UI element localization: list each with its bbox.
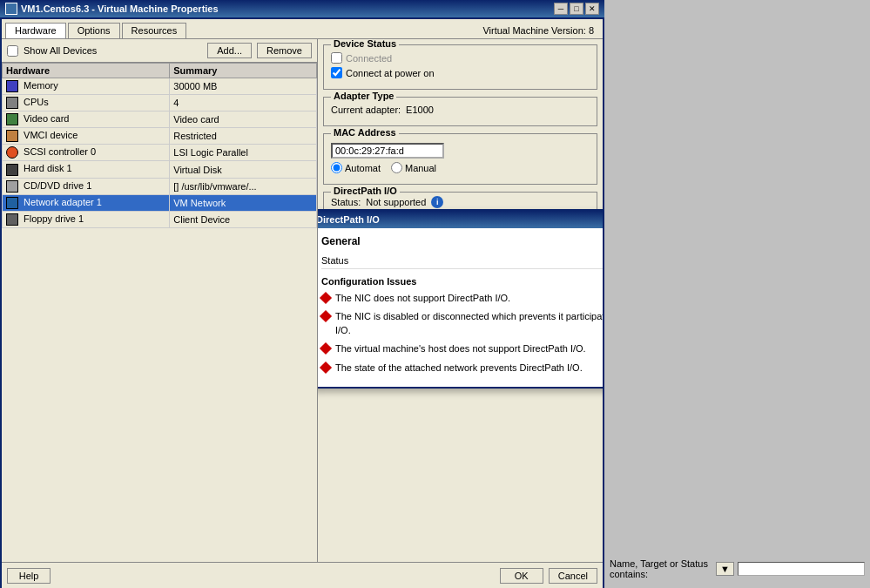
hw-name: Video card <box>24 113 69 124</box>
directpath-popup: DirectPath I/O ✕ General Status Not supp… <box>318 209 603 389</box>
mac-input[interactable]: 00:0c:29:27:fa:d <box>331 143 444 159</box>
hw-name: CD/DVD drive 1 <box>24 180 91 191</box>
issue-diamond-icon <box>320 310 332 322</box>
hw-name: VMCI device <box>24 130 78 140</box>
table-row[interactable]: CD/DVD drive 1 [] /usr/lib/vmware/... <box>3 178 317 194</box>
directpath-status-label: Status: <box>331 197 361 207</box>
table-row[interactable]: Hard disk 1 Virtual Disk <box>3 161 317 178</box>
table-row[interactable]: CPUs 4 <box>3 95 317 112</box>
mac-address-group: MAC Address 00:0c:29:27:fa:d Automat <box>323 133 597 185</box>
connected-checkbox[interactable] <box>331 52 342 64</box>
search-input[interactable] <box>738 562 865 576</box>
issue-item: The state of the attached network preven… <box>321 362 603 375</box>
connected-label: Connected <box>346 53 392 64</box>
hw-name: Floppy drive 1 <box>24 213 84 224</box>
hw-summary: LSI Logic Parallel <box>170 145 317 161</box>
col-summary: Summary <box>170 64 317 78</box>
hw-summary: Video card <box>170 112 317 128</box>
adapter-type-group: Adapter Type Current adapter: E1000 <box>323 97 597 126</box>
hw-name: SCSI controller 0 <box>24 146 96 157</box>
popup-status-row: Status Not supported <box>321 253 603 269</box>
issue-diamond-icon <box>320 361 332 373</box>
window-title: VM1.Centos6.3 - Virtual Machine Properti… <box>21 3 219 14</box>
hw-summary: 4 <box>170 95 317 112</box>
mac-automatic-label: Automat <box>345 163 381 173</box>
search-bar: Name, Target or Status contains: ▼ <box>604 555 870 583</box>
table-row[interactable]: Floppy drive 1 Client Device <box>3 211 317 227</box>
show-all-checkbox[interactable] <box>7 45 18 57</box>
issue-item: The NIC is disabled or disconnected whic… <box>321 310 603 337</box>
gray-right-panel: Name, Target or Status contains: ▼ <box>604 0 870 588</box>
hardware-table: Hardware Summary Memory 30000 MB CPUs 4 … <box>2 63 317 562</box>
config-issues-title: Configuration Issues <box>321 276 603 287</box>
issue-item: The virtual machine's host does not supp… <box>321 342 603 355</box>
search-dropdown-button[interactable]: ▼ <box>716 562 734 576</box>
connect-power-label: Connect at power on <box>346 68 435 78</box>
hw-name: Memory <box>24 80 58 91</box>
hw-summary: [] /usr/lib/vmware/... <box>170 178 317 194</box>
issue-text: The NIC is disabled or disconnected whic… <box>335 310 603 337</box>
mac-manual-radio[interactable] <box>391 162 402 173</box>
ok-button[interactable]: OK <box>500 568 543 584</box>
mac-address-title: MAC Address <box>331 127 399 138</box>
tab-options[interactable]: Options <box>68 23 120 38</box>
table-row[interactable]: SCSI controller 0 LSI Logic Parallel <box>3 145 317 161</box>
col-hardware: Hardware <box>3 64 170 78</box>
issue-diamond-icon <box>320 292 332 304</box>
current-adapter-label: Current adapter: <box>331 105 401 115</box>
title-bar: VM1.Centos6.3 - Virtual Machine Properti… <box>0 0 604 17</box>
minimize-button[interactable]: ─ <box>554 3 568 15</box>
device-status-title: Device Status <box>331 39 399 49</box>
connect-power-checkbox[interactable] <box>331 67 342 78</box>
vm-icon <box>5 3 17 15</box>
issue-item: The NIC does not support DirectPath I/O. <box>321 292 603 305</box>
hw-summary: 30000 MB <box>170 78 317 95</box>
show-all-row: Show All Devices Add... Remove <box>2 39 317 63</box>
mac-automatic-radio[interactable] <box>331 162 342 173</box>
version-label: Virtual Machine Version: 8 <box>477 23 599 38</box>
remove-button[interactable]: Remove <box>257 43 312 58</box>
help-button[interactable]: Help <box>7 568 51 584</box>
table-row[interactable]: Network adapter 1 VM Network <box>3 194 317 211</box>
hw-name: Hard disk 1 <box>24 163 72 173</box>
current-adapter-value: E1000 <box>406 105 434 115</box>
issue-text: The NIC does not support DirectPath I/O. <box>335 292 510 305</box>
add-button[interactable]: Add... <box>207 43 252 58</box>
close-button[interactable]: ✕ <box>585 3 599 15</box>
table-row[interactable]: VMCI device Restricted <box>3 128 317 145</box>
issue-diamond-icon <box>320 342 332 355</box>
hw-summary: Client Device <box>170 211 317 227</box>
popup-title: DirectPath I/O <box>318 214 380 225</box>
popup-status-label: Status <box>321 255 348 266</box>
issue-text: The state of the attached network preven… <box>335 362 583 375</box>
hw-summary: Restricted <box>170 128 317 145</box>
directpath-status-value: Not supported <box>366 197 426 207</box>
search-label: Name, Target or Status contains: <box>610 558 712 579</box>
maximize-button[interactable]: □ <box>570 3 583 15</box>
tab-resources[interactable]: Resources <box>122 23 187 38</box>
hw-name: Network adapter 1 <box>24 197 102 207</box>
right-panel: Device Status Connected Connect at power… <box>318 39 603 562</box>
directpath-title: DirectPath I/O <box>331 186 400 196</box>
table-row[interactable]: Video card Video card <box>3 112 317 128</box>
issue-text: The virtual machine's host does not supp… <box>335 342 586 355</box>
table-row[interactable]: Memory 30000 MB <box>3 78 317 95</box>
hw-summary: VM Network <box>170 194 317 211</box>
hw-name: CPUs <box>24 97 49 107</box>
tab-hardware[interactable]: Hardware <box>5 23 66 38</box>
bottom-bar: Help OK Cancel <box>2 562 603 588</box>
directpath-info-icon[interactable]: i <box>431 196 443 208</box>
adapter-type-title: Adapter Type <box>331 91 396 101</box>
device-status-group: Device Status Connected Connect at power… <box>323 44 597 90</box>
cancel-button[interactable]: Cancel <box>549 568 597 584</box>
mac-manual-label: Manual <box>405 163 436 173</box>
popup-general-title: General <box>321 235 603 247</box>
hw-summary: Virtual Disk <box>170 161 317 178</box>
tabs-row: Hardware Options Resources Virtual Machi… <box>2 19 603 39</box>
show-all-label: Show All Devices <box>24 45 97 56</box>
